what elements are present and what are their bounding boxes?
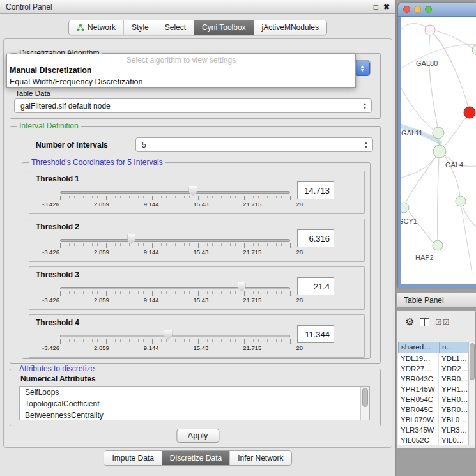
tab-impute-data[interactable]: Impute Data — [104, 451, 161, 465]
threshold-2-slider[interactable]: -3.426 2.859 9.144 15.43 21.715 28 — [60, 232, 290, 257]
slider-track[interactable] — [60, 239, 290, 242]
bottom-tabbar: Impute Data Discretize Data Infer Networ… — [0, 450, 395, 466]
list-scrollbar[interactable] — [360, 387, 369, 420]
table-data-select[interactable]: galFiltered.sif default node ▲ ▼ — [14, 98, 372, 113]
threshold-4-panel: Threshold 4 -3.426 2.859 9.144 15.43 21.… — [29, 314, 365, 358]
tab-select[interactable]: Select — [157, 20, 194, 35]
scale-tick-label: -3.426 — [42, 201, 59, 208]
table-row[interactable]: YPR145WYPR1… — [398, 384, 468, 394]
scale-tick-label: -3.426 — [42, 344, 59, 351]
table-row[interactable]: YIL052CYIL0… — [398, 435, 468, 445]
scale-tick-label: 2.859 — [94, 296, 109, 303]
list-item[interactable]: BetweennessCentrality — [20, 410, 369, 420]
select-none-checkbox-icon[interactable]: ☑ — [443, 319, 449, 326]
table-row[interactable]: YLR345WYLR3… — [398, 425, 468, 435]
table-scrollbar[interactable] — [468, 342, 475, 445]
table-columns-icon[interactable] — [420, 318, 429, 326]
slider-thumb[interactable] — [238, 282, 246, 292]
control-panel-titlebar: Control Panel □ ✖ — [0, 0, 395, 14]
tab-cyni-toolbox[interactable]: Cyni Toolbox — [194, 20, 253, 35]
table-row[interactable]: YDL19…YDL1… — [398, 353, 468, 364]
slider-thumb[interactable] — [127, 234, 135, 244]
threshold-1-panel: Threshold 1 -3.426 2.859 9.144 15.43 21.… — [29, 171, 365, 214]
scale-tick-label: 21.715 — [243, 249, 261, 256]
gear-icon[interactable]: ⚙ — [405, 317, 414, 327]
numerical-attributes-heading: Numerical Attributes — [20, 374, 96, 383]
network-node[interactable] — [425, 25, 435, 35]
network-canvas[interactable]: GAL80 GAL11 GAL4 GCY1 HAP2 — [401, 17, 476, 284]
network-node[interactable] — [433, 127, 444, 139]
close-icon[interactable]: ✖ — [383, 3, 390, 11]
scrollbar-thumb[interactable] — [362, 388, 368, 407]
scale-tick-label: 28 — [296, 296, 303, 303]
threshold-3-value-field[interactable] — [297, 277, 334, 295]
node-label: HAP2 — [415, 254, 434, 261]
slider-track[interactable] — [60, 191, 290, 194]
apply-button[interactable]: Apply — [176, 429, 219, 443]
close-button[interactable] — [403, 6, 410, 13]
cell: YIL0… — [439, 435, 468, 445]
slider-thumb[interactable] — [164, 330, 173, 340]
window-title: Control Panel — [6, 3, 52, 12]
zoom-button[interactable] — [425, 6, 432, 13]
chevron-updown-icon[interactable]: ▲ ▼ — [355, 61, 370, 76]
tab-label: jActiveMNodules — [262, 23, 319, 32]
network-window-titlebar[interactable] — [398, 3, 476, 17]
slider-ticks — [60, 291, 290, 294]
scale-tick-label: 15.43 — [194, 249, 209, 256]
group-title: Interval Definition — [17, 121, 81, 130]
threshold-1-slider[interactable]: -3.426 2.859 9.144 15.43 21.715 28 — [60, 184, 290, 210]
table-header-row: shared… n… — [398, 342, 468, 353]
network-node[interactable] — [401, 203, 409, 213]
tab-infer-network[interactable]: Infer Network — [229, 451, 291, 465]
threshold-2-value-field[interactable] — [297, 229, 334, 247]
tab-jactivemnodules[interactable]: jActiveMNodules — [254, 20, 326, 35]
table-row[interactable]: YBR045CYBR0… — [398, 404, 468, 415]
table-row[interactable]: YBR043CYBR0… — [398, 374, 468, 384]
attributes-group: Attributes to discretize Numerical Attri… — [10, 369, 381, 426]
minimize-icon[interactable]: □ — [374, 3, 378, 11]
dropdown-option-manual-discretization[interactable]: Manual Discretization — [7, 65, 355, 76]
cell: YBL0… — [439, 415, 468, 425]
network-node[interactable] — [433, 145, 446, 158]
slider-ticks — [60, 243, 290, 246]
slider-scale: -3.426 2.859 9.144 15.43 21.715 28 — [42, 201, 303, 208]
scale-tick-label: 15.43 — [194, 201, 209, 208]
slider-track[interactable] — [60, 335, 290, 337]
threshold-3-panel: Threshold 3 -3.426 2.859 9.144 15.43 21.… — [29, 266, 365, 310]
dropdown-option-equal-width-frequency[interactable]: Equal Width/Frequency Discretization — [7, 76, 355, 88]
threshold-1-value-field[interactable] — [297, 181, 334, 199]
list-item[interactable]: SelfLoops — [20, 387, 369, 398]
table-row[interactable]: YER054CYER0… — [398, 394, 468, 404]
scale-tick-label: 28 — [296, 249, 303, 256]
number-of-intervals-select[interactable]: 5 ▲ ▼ — [135, 137, 373, 152]
cell: YBR043C — [398, 374, 439, 384]
tab-style[interactable]: Style — [123, 20, 157, 35]
tab-discretize-data[interactable]: Discretize Data — [162, 451, 229, 465]
list-item[interactable]: TopologicalCoefficient — [20, 398, 369, 410]
chevron-updown-icon: ▲ ▼ — [360, 138, 372, 151]
network-node[interactable] — [456, 196, 466, 206]
scale-tick-label: 9.144 — [144, 296, 159, 303]
stepper-down-arrow: ▼ — [364, 145, 369, 149]
tab-network[interactable]: Network — [69, 20, 123, 35]
select-all-checkbox-icon[interactable]: ☑ — [435, 319, 441, 326]
slider-thumb[interactable] — [188, 186, 197, 196]
column-header-shared-name[interactable]: shared… — [398, 342, 439, 353]
slider-scale: -3.426 2.859 9.144 15.43 21.715 28 — [42, 344, 303, 351]
node-label: GAL80 — [416, 59, 438, 67]
network-node-selected[interactable] — [464, 107, 475, 118]
threshold-label: Threshold 3 — [36, 270, 79, 279]
threshold-3-slider[interactable]: -3.426 2.859 9.144 15.43 21.715 28 — [60, 280, 290, 305]
minimize-button[interactable] — [414, 6, 421, 13]
column-header-name[interactable]: n… — [439, 342, 468, 353]
scrollbar-thumb[interactable] — [470, 343, 475, 380]
network-node[interactable] — [472, 45, 476, 55]
scale-tick-label: 28 — [296, 344, 303, 351]
network-node[interactable] — [433, 240, 443, 250]
table-row[interactable]: YDR27…YDR2… — [398, 364, 468, 374]
slider-track[interactable] — [60, 287, 290, 289]
threshold-4-value-field[interactable] — [297, 325, 334, 343]
threshold-4-slider[interactable]: -3.426 2.859 9.144 15.43 21.715 28 — [60, 328, 290, 353]
table-row[interactable]: YBL079WYBL0… — [398, 415, 468, 425]
